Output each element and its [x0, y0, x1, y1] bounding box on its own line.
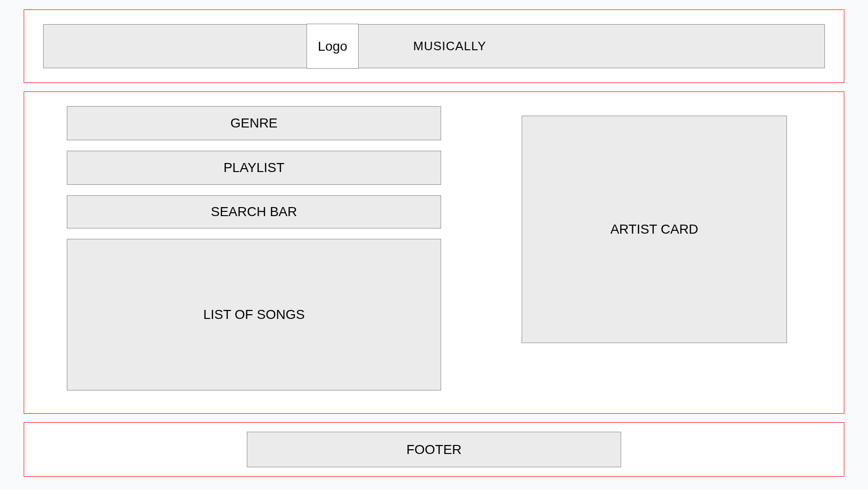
right-column: ARTIST CARD — [522, 106, 787, 399]
header-region: Logo MUSICALLY — [24, 9, 844, 83]
search-bar-panel[interactable]: SEARCH BAR — [67, 195, 441, 228]
playlist-label: PLAYLIST — [224, 160, 285, 175]
list-of-songs-panel[interactable]: LIST OF SONGS — [67, 239, 441, 390]
header-bar: Logo MUSICALLY — [43, 24, 825, 68]
genre-label: GENRE — [230, 116, 278, 131]
app-title: MUSICALLY — [413, 39, 486, 54]
footer-bar: FOOTER — [247, 432, 621, 467]
footer-label: FOOTER — [407, 442, 462, 457]
main-region: GENRE PLAYLIST SEARCH BAR LIST OF SONGS … — [24, 91, 844, 414]
logo-placeholder: Logo — [307, 24, 359, 69]
artist-card-label: ARTIST CARD — [610, 222, 698, 237]
search-bar-label: SEARCH BAR — [211, 204, 297, 219]
footer-region: FOOTER — [24, 422, 844, 477]
logo-label: Logo — [318, 39, 347, 54]
playlist-panel[interactable]: PLAYLIST — [67, 151, 441, 185]
left-column: GENRE PLAYLIST SEARCH BAR LIST OF SONGS — [67, 106, 441, 399]
artist-card-panel[interactable]: ARTIST CARD — [522, 116, 787, 343]
genre-panel[interactable]: GENRE — [67, 106, 441, 140]
list-of-songs-label: LIST OF SONGS — [203, 307, 305, 322]
